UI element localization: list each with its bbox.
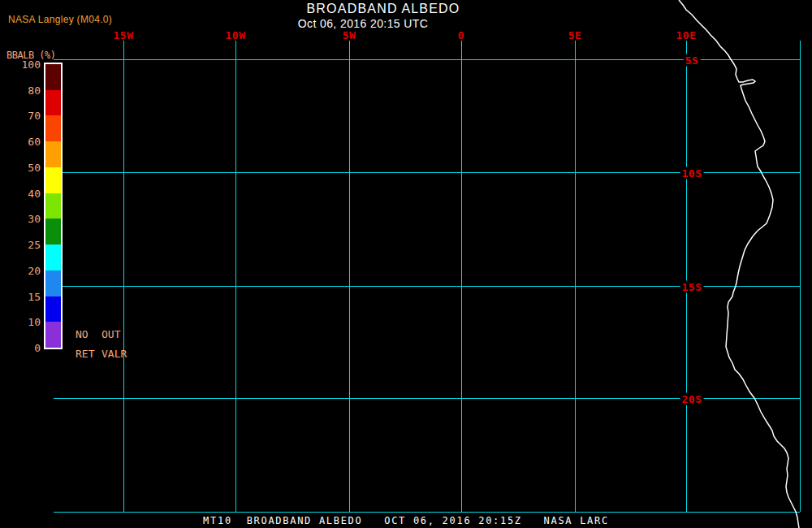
coastline: [679, 0, 799, 528]
coastline-layer: [0, 0, 812, 528]
albedo-map-screen: NASA Langley (M04.0) BROADBAND ALBEDO Oc…: [0, 0, 812, 528]
